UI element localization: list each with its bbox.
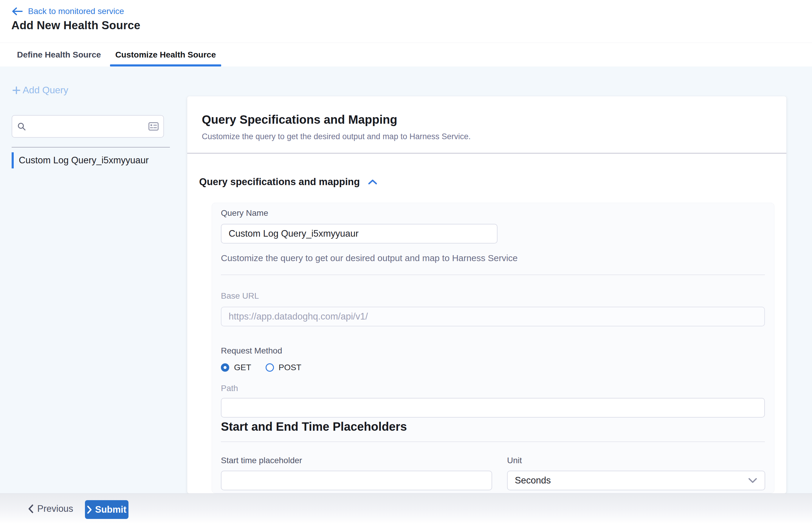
request-method-radio-group: GET POST [221,363,302,372]
radio-get[interactable] [221,363,229,372]
divider [221,275,765,275]
submit-button-label: Submit [95,504,126,515]
chevron-right-icon [87,506,92,514]
back-link-label: Back to monitored service [28,6,124,16]
time-placeholders-heading: Start and End Time Placeholders [221,420,407,433]
path-input[interactable] [221,398,765,417]
add-query-button[interactable]: Add Query [11,85,68,96]
query-item-label: Custom Log Query_i5xmyyuaur [19,155,149,166]
arrow-left-icon [11,7,23,16]
chevron-left-icon [28,504,33,513]
page-title: Add New Health Source [11,19,141,32]
query-name-label: Query Name [221,208,268,218]
query-search-box [12,115,164,138]
base-url-label: Base URL [221,291,259,301]
query-name-help-text: Customize the query to get our desired o… [221,253,518,263]
chevron-down-icon [748,477,758,484]
section-header-row: Query specifications and mapping [199,176,378,187]
list-view-icon[interactable] [148,122,159,131]
radio-post[interactable] [265,363,274,372]
search-input[interactable] [30,121,144,131]
tab-customize-health-source[interactable]: Customize Health Source [110,43,222,66]
footer-bar: Previous Submit [0,493,812,524]
card-header-divider [187,153,786,153]
query-mapping-card: Query Specifications and Mapping Customi… [187,96,786,493]
unit-select[interactable]: Seconds [507,471,765,490]
query-name-input[interactable] [221,224,498,244]
divider [221,441,765,442]
card-subtitle: Customize the query to get the desired o… [202,132,471,141]
sidebar-divider [12,147,170,148]
tab-bar: Define Health Source Customize Health So… [0,43,812,66]
radio-post-label: POST [279,363,302,372]
base-url-input[interactable] [221,307,765,326]
start-time-input[interactable] [221,471,492,490]
previous-button[interactable]: Previous [26,494,75,524]
unit-select-value: Seconds [515,475,551,486]
unit-label: Unit [507,456,522,465]
request-method-label: Request Method [221,346,282,356]
search-icon [17,122,26,131]
radio-get-label: GET [234,363,251,372]
previous-button-label: Previous [37,504,73,514]
plus-icon [11,85,21,95]
add-query-label: Add Query [23,85,68,96]
submit-button[interactable]: Submit [85,500,129,519]
tab-define-health-source[interactable]: Define Health Source [12,43,107,66]
chevron-up-icon[interactable] [368,178,378,185]
back-link[interactable]: Back to monitored service [11,5,124,17]
query-form-panel: Query Name Customize the query to get ou… [212,203,775,493]
path-label: Path [221,383,238,393]
query-list-item[interactable]: Custom Log Query_i5xmyyuaur [12,152,149,168]
page-header: Back to monitored service Add New Health… [0,0,812,43]
start-time-label: Start time placeholder [221,456,302,465]
section-label: Query specifications and mapping [199,176,360,187]
selected-indicator-bar [12,152,14,168]
card-title: Query Specifications and Mapping [202,113,397,126]
